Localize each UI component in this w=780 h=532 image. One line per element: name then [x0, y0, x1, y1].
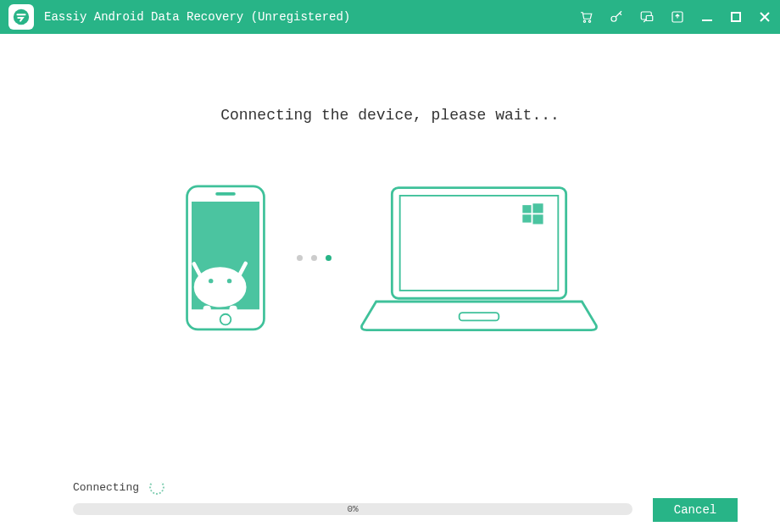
maximize-button[interactable] [729, 10, 743, 24]
svg-point-3 [611, 16, 616, 21]
svg-rect-24 [522, 214, 531, 222]
dot [311, 255, 317, 261]
close-button[interactable] [758, 10, 772, 24]
status-label: Connecting [73, 481, 139, 494]
svg-rect-25 [532, 214, 543, 224]
svg-point-14 [226, 279, 231, 283]
svg-rect-21 [459, 313, 499, 320]
svg-point-10 [220, 314, 231, 325]
svg-rect-11 [215, 192, 236, 196]
svg-rect-7 [732, 13, 740, 21]
headline-text: Connecting the device, please wait... [0, 107, 780, 124]
progress-text: 0% [347, 504, 358, 514]
svg-rect-17 [203, 306, 210, 317]
svg-point-2 [588, 20, 590, 22]
svg-rect-18 [229, 306, 237, 317]
minimize-button[interactable] [700, 10, 714, 24]
phone-icon [183, 185, 268, 331]
app-logo [8, 4, 34, 30]
update-icon[interactable] [670, 9, 685, 25]
cancel-button[interactable]: Cancel [653, 498, 738, 522]
connecting-dots [297, 255, 332, 261]
dot [297, 255, 303, 261]
svg-rect-5 [646, 16, 653, 21]
app-title: Eassiy Android Data Recovery (Unregister… [44, 10, 578, 24]
spinner-icon [149, 479, 164, 495]
device-illustration [0, 183, 780, 333]
status-row: Connecting [73, 479, 164, 495]
cart-icon[interactable] [578, 9, 593, 25]
main-content: Connecting the device, please wait... [0, 107, 780, 532]
key-icon[interactable] [609, 9, 624, 25]
dot [326, 255, 332, 261]
titlebar: Eassiy Android Data Recovery (Unregister… [0, 0, 780, 34]
svg-rect-23 [532, 203, 543, 213]
laptop-icon [360, 183, 598, 333]
svg-point-1 [583, 20, 585, 22]
svg-point-13 [209, 279, 213, 283]
feedback-icon[interactable] [639, 9, 655, 25]
windows-icon [522, 203, 543, 224]
progress-bar: 0% [73, 503, 632, 515]
svg-rect-22 [522, 205, 531, 213]
